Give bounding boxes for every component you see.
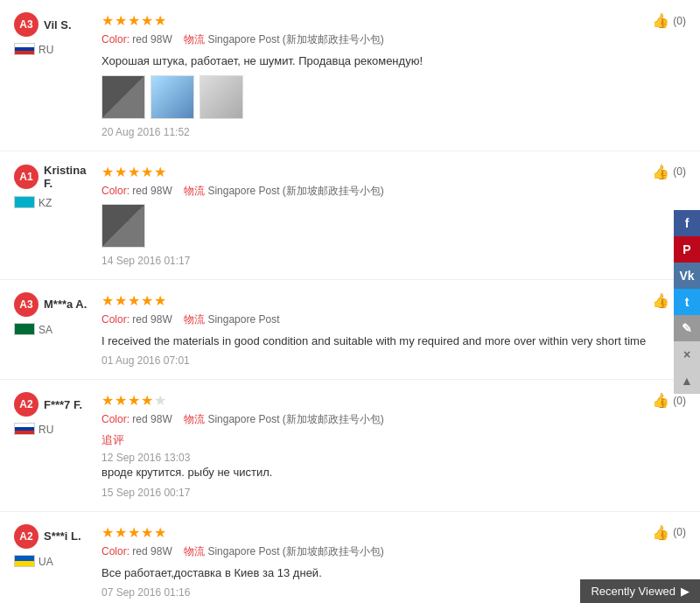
star-filled: ★ [115,12,127,29]
reviewer-info: A2 F***7 F. RU [14,392,93,499]
close-button[interactable]: × [674,341,700,368]
star-empty: ★ [154,392,166,409]
color-value: red 98W [132,545,172,557]
review-item: A2 F***7 F. RU ★★★★★ Color: red 98W 物流 S… [0,380,700,512]
review-meta: Color: red 98W 物流 Singapore Post (新加坡邮政挂… [102,544,686,559]
pinterest-button[interactable]: P [674,236,700,263]
avatar: A1 [14,165,38,189]
facebook-button[interactable]: f [674,210,700,236]
thumbs-up-icon: 👍 [652,392,669,409]
star-filled: ★ [115,292,127,309]
like-button[interactable]: 👍 (0) [652,164,686,180]
star-filled: ★ [128,164,140,180]
review-list: A3 Vil S. RU ★★★★★ Color: red 98W 物流 Sin… [0,0,700,603]
color-label: Color: [102,413,130,425]
review-image[interactable] [102,204,145,248]
star-filled: ★ [102,524,114,541]
color-label: Color: [102,545,130,557]
star-filled: ★ [115,524,127,541]
thumbs-up-icon: 👍 [652,12,669,29]
review-item: A3 Vil S. RU ★★★★★ Color: red 98W 物流 Sin… [0,0,700,151]
review-content: ★★★★★ Color: red 98W 物流 Singapore Post (… [93,164,686,267]
country-row: RU [14,422,53,436]
like-button[interactable]: 👍 (0) [652,392,686,409]
shipping-value: Singapore Post (新加坡邮政挂号小包) [207,185,383,197]
country-row: KZ [14,195,52,209]
review-content: ★★★★★ Color: red 98W 物流 Singapore Post I… [93,292,686,368]
review-content: ★★★★★ Color: red 98W 物流 Singapore Post (… [93,392,686,499]
star-filled: ★ [141,12,153,29]
recently-viewed-bar[interactable]: Recently Viewed ▶ [580,579,700,603]
recently-viewed-icon: ▶ [681,585,690,598]
vk-button[interactable]: Vk [674,263,700,289]
star-rating: ★★★★★ [102,292,686,309]
like-button[interactable]: 👍 (0) [652,524,686,541]
reviewer-name: M***a A. [44,298,87,311]
shipping-label: 物流 [184,545,205,557]
country-row: SA [14,322,52,336]
star-filled: ★ [128,524,140,541]
country-label: RU [38,44,53,56]
color-label: Color: [102,313,130,326]
like-count: (0) [673,526,686,538]
country-row: RU [14,42,53,56]
star-filled: ★ [141,164,153,180]
thumbs-up-icon: 👍 [652,524,669,541]
like-count: (0) [673,15,686,27]
twitter-button[interactable]: t [674,289,700,315]
country-flag [14,196,35,208]
additional-date: 12 Sep 2016 13:03 [102,452,686,464]
review-images [102,75,686,119]
avatar-row: A1 Kristina F. [14,164,93,190]
review-image[interactable] [102,75,145,119]
color-value: red 98W [132,33,172,46]
color-value: red 98W [132,413,172,425]
avatar-row: A2 F***7 F. [14,392,82,417]
reviewer-info: A3 Vil S. RU [14,12,93,138]
star-filled: ★ [102,392,114,409]
avatar-row: A3 Vil S. [14,12,72,37]
avatar: A2 [14,392,38,417]
additional-label: 追评 [102,432,686,448]
like-button[interactable]: 👍 (0) [652,12,686,29]
review-image[interactable] [150,75,194,119]
review-item: A3 M***a A. SA ★★★★★ Color: red 98W 物流 S… [0,280,700,381]
review-meta: Color: red 98W 物流 Singapore Post (新加坡邮政挂… [102,184,686,199]
review-meta: Color: red 98W 物流 Singapore Post [102,312,686,327]
star-filled: ★ [102,164,114,180]
country-label: KZ [38,197,52,209]
star-rating: ★★★★★ [102,392,686,409]
reviewer-name: Vil S. [44,18,72,32]
country-label: RU [38,424,53,436]
star-filled: ★ [154,12,166,29]
shipping-label: 物流 [184,33,205,46]
edit-button[interactable]: ✎ [674,315,700,341]
reviewer-info: A1 Kristina F. KZ [14,164,93,267]
star-rating: ★★★★★ [102,524,686,541]
country-label: SA [38,324,52,336]
shipping-value: Singapore Post (新加坡邮政挂号小包) [207,33,383,46]
star-filled: ★ [115,392,127,409]
reviewer-info: A3 M***a A. SA [14,292,93,368]
reviewer-name: Kristina F. [44,164,93,190]
review-meta: Color: red 98W 物流 Singapore Post (新加坡邮政挂… [102,412,686,427]
color-value: red 98W [132,313,172,326]
recently-viewed-label: Recently Viewed [591,585,676,598]
star-rating: ★★★★★ [102,164,686,180]
country-row: UA [14,554,53,568]
review-item: A1 Kristina F. KZ ★★★★★ Color: red 98W 物… [0,151,700,280]
color-label: Color: [102,33,130,46]
star-filled: ★ [154,292,166,309]
star-filled: ★ [141,392,153,409]
star-filled: ★ [141,292,153,309]
color-value: red 98W [132,185,172,197]
reviewer-name: S***i L. [44,529,81,543]
star-filled: ★ [128,12,140,29]
shipping-value: Singapore Post [207,313,279,326]
up-button[interactable]: ▲ [674,368,700,394]
star-filled: ★ [154,164,166,180]
review-meta: Color: red 98W 物流 Singapore Post (新加坡邮政挂… [102,32,686,47]
avatar: A2 [14,524,38,549]
star-filled: ★ [115,164,127,180]
review-image[interactable] [200,75,243,119]
